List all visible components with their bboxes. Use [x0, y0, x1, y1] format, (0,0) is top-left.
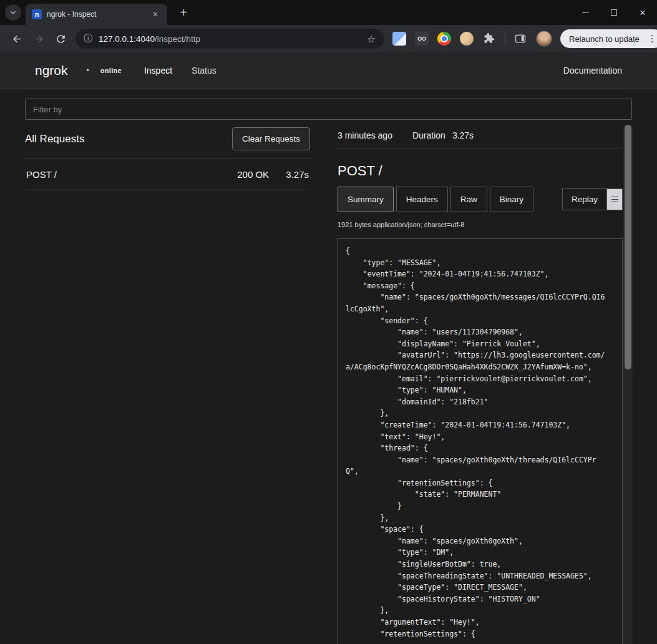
tab-summary[interactable]: Summary — [338, 187, 394, 212]
filter-input[interactable] — [25, 99, 632, 120]
main-content: All Requests Clear Requests POST / 200 O… — [0, 120, 657, 644]
online-status-label: online — [100, 67, 122, 74]
request-duration: 3.27s — [286, 169, 309, 180]
forward-button[interactable] — [28, 28, 50, 49]
reload-icon — [55, 33, 67, 45]
extension-icon-2[interactable] — [460, 32, 474, 46]
tab-raw[interactable]: Raw — [450, 187, 487, 212]
browser-toolbar: ⓘ 127.0.0.1:4040/inspect/http ☆ Relaunch… — [0, 25, 657, 52]
nav-documentation[interactable]: Documentation — [563, 66, 622, 76]
detail-meta-row: 3 minutes ago Duration3.27s — [338, 125, 623, 149]
side-panel-button[interactable] — [513, 31, 528, 46]
relaunch-to-update-button[interactable]: Relaunch to update ⋮ — [560, 29, 657, 48]
duration-group: Duration3.27s — [412, 130, 474, 140]
scrollbar-track[interactable] — [623, 125, 633, 644]
window-minimize-button[interactable] — [571, 0, 600, 25]
tab-title: ngrok - Inspect — [47, 10, 145, 19]
request-body-json: { "type": "MESSAGE", "eventTime": "2024-… — [338, 238, 623, 644]
duration-value: 3.27s — [452, 130, 474, 140]
replay-button[interactable]: Replay — [562, 188, 607, 210]
detail-tabs: Summary Headers Raw Binary Replay — [338, 187, 623, 212]
request-row-right: 200 OK 3.27s — [237, 169, 309, 180]
back-button[interactable] — [6, 28, 28, 49]
url-text: 127.0.0.1:4040/inspect/http — [99, 34, 367, 44]
goggles-icon — [416, 33, 427, 44]
browser-window: n ngrok - Inspect ✕ + ✕ ⓘ 127.0.0.1:4040… — [0, 0, 657, 644]
chrome-icon-center — [442, 36, 447, 41]
online-status-dot: • — [87, 66, 89, 75]
extension-icon-1[interactable] — [392, 32, 406, 46]
extensions-puzzle-icon[interactable] — [482, 32, 496, 46]
ngrok-header: ngrok • online Inspect Status Documentat… — [0, 52, 657, 89]
tab-close-icon[interactable]: ✕ — [150, 9, 161, 20]
bookmark-star-icon[interactable]: ☆ — [367, 33, 376, 45]
request-title: POST / — [338, 163, 623, 179]
address-bar[interactable]: ⓘ 127.0.0.1:4040/inspect/http ☆ — [75, 29, 384, 49]
request-time-ago: 3 minutes ago — [338, 130, 392, 140]
window-maximize-button[interactable] — [600, 0, 628, 25]
chrome-extension-icon[interactable] — [437, 32, 451, 46]
extension-icon-goggles[interactable] — [415, 32, 429, 46]
nav-inspect[interactable]: Inspect — [144, 66, 172, 76]
puzzle-icon — [483, 32, 495, 45]
window-controls: ✕ — [571, 0, 657, 25]
tab-search-button[interactable] — [5, 4, 21, 21]
ngrok-favicon-icon: n — [32, 9, 42, 19]
scrollbar-thumb[interactable] — [625, 125, 631, 369]
side-panel-icon — [514, 32, 527, 45]
request-status: 200 OK — [237, 169, 269, 180]
toolbar-separator — [505, 32, 505, 45]
replay-group: Replay — [562, 188, 623, 210]
tab-binary[interactable]: Binary — [490, 187, 533, 212]
hamburger-icon — [611, 197, 618, 198]
browser-titlebar: n ngrok - Inspect ✕ + ✕ — [0, 0, 657, 25]
url-host: 127.0.0.1:4040 — [99, 34, 155, 44]
all-requests-heading: All Requests — [25, 133, 84, 145]
requests-pane-header: All Requests Clear Requests — [25, 125, 310, 159]
forward-arrow-icon — [33, 33, 45, 45]
url-path: /inspect/http — [155, 34, 200, 44]
back-arrow-icon — [11, 33, 23, 45]
window-close-button[interactable]: ✕ — [628, 0, 657, 25]
requests-pane: All Requests Clear Requests POST / 200 O… — [25, 125, 310, 644]
relaunch-label: Relaunch to update — [569, 34, 640, 44]
ngrok-logo[interactable]: ngrok — [35, 63, 68, 78]
site-info-icon[interactable]: ⓘ — [84, 33, 92, 44]
nav-status[interactable]: Status — [192, 66, 217, 76]
filter-section — [0, 89, 657, 120]
duration-label: Duration — [412, 130, 445, 140]
profile-avatar[interactable] — [536, 31, 552, 47]
browser-tab-ngrok[interactable]: n ngrok - Inspect ✕ — [26, 4, 167, 25]
replay-options-button[interactable] — [607, 188, 623, 210]
chevron-down-icon — [9, 8, 17, 17]
tab-headers[interactable]: Headers — [396, 187, 448, 212]
detail-pane: 3 minutes ago Duration3.27s POST / Summa… — [338, 125, 623, 644]
reload-button[interactable] — [50, 28, 72, 49]
request-row[interactable]: POST / 200 OK 3.27s — [25, 159, 310, 190]
browser-menu-icon[interactable]: ⋮ — [645, 33, 657, 44]
new-tab-button[interactable]: + — [176, 5, 191, 20]
content-meta: 1921 bytes application/json; charset=utf… — [338, 221, 623, 228]
clear-requests-button[interactable]: Clear Requests — [232, 127, 310, 150]
request-method-path: POST / — [26, 169, 57, 180]
